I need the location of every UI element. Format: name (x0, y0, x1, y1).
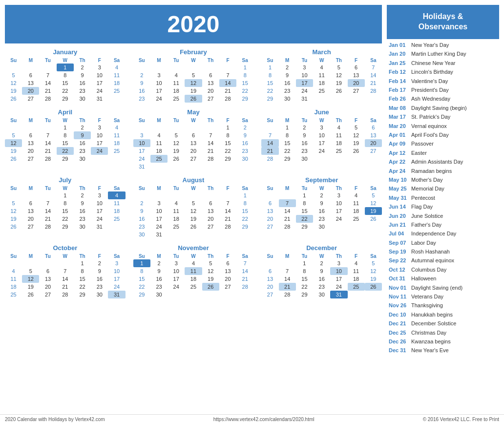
holiday-name: Thanksgiving (411, 302, 443, 309)
calendar-day: 6 (202, 199, 219, 207)
calendar-day: 1 (219, 124, 236, 131)
calendar-day: 15 (236, 207, 253, 215)
calendar-day: 31 (150, 231, 168, 238)
calendar-day: 19 (348, 139, 365, 147)
holiday-name: Daylight Saving (end) (411, 284, 462, 292)
calendar-day: 11 (108, 199, 125, 207)
holiday-item: Feb 14Valentine's Day (387, 77, 499, 85)
calendar-day: 29 (57, 223, 74, 231)
month-block-may: MaySuMTuWThFSa12345678910111213141516171… (133, 108, 254, 170)
calendar-day: 30 (313, 291, 330, 298)
calendar-day: 17 (133, 147, 150, 155)
holidays-header: Holidays &Observances (387, 5, 499, 39)
month-block-december: DecemberSuMTuWThFSa123456789101112131415… (261, 244, 382, 298)
day-header: Sa (236, 117, 253, 124)
holiday-name: April Fool's Day (411, 131, 449, 139)
holiday-item: Jan 25Chinese New Year (387, 59, 499, 67)
calendar-day: 17 (330, 207, 347, 215)
holiday-date: Feb 17 (389, 86, 408, 94)
day-header: Tu (168, 185, 185, 191)
calendar-day: 12 (365, 267, 382, 275)
holiday-name: Passover (411, 140, 434, 148)
day-header: F (348, 185, 365, 191)
calendar-day: 9 (74, 71, 91, 79)
calendar-day: 9 (279, 71, 296, 79)
calendar-day (365, 155, 382, 163)
calendar-day: 12 (185, 207, 202, 215)
calendar-day: 1 (296, 191, 313, 199)
day-header: Su (133, 185, 150, 191)
day-header: Sa (108, 57, 125, 64)
day-header: Th (202, 117, 219, 124)
calendar-day: 27 (22, 95, 39, 103)
calendar-day: 19 (5, 215, 22, 223)
day-header: F (219, 57, 236, 64)
calendar-day: 21 (57, 283, 74, 291)
holiday-name: Valentine's Day (411, 78, 448, 85)
calendar-day (22, 64, 39, 71)
calendar-day: 16 (133, 215, 150, 223)
calendar-day: 26 (202, 283, 219, 291)
calendar-day: 30 (279, 95, 296, 103)
calendar-day (185, 291, 202, 298)
calendar-day: 28 (219, 223, 236, 231)
calendar-day: 20 (39, 283, 56, 291)
calendar-day: 21 (202, 147, 219, 155)
calendar-day: 22 (57, 147, 74, 155)
calendar-day: 2 (133, 71, 150, 79)
holiday-name: Martin Luther King Day (411, 50, 466, 58)
main-container: 2020 JanuarySuMTuWThFSa12345678910111213… (0, 0, 504, 414)
calendar-day: 26 (348, 147, 365, 155)
calendar-day: 24 (330, 283, 347, 291)
day-header: Th (330, 185, 347, 191)
calendar-day: 15 (57, 79, 74, 87)
month-table: SuMTuWThFSa12345678910111213141516171819… (133, 253, 254, 298)
calendar-day: 12 (185, 79, 202, 87)
calendar-day: 29 (57, 155, 74, 163)
calendar-day (91, 155, 108, 163)
month-block-august: AugustSuMTuWThFSa12345678910111213141516… (133, 176, 254, 238)
holiday-item: Jan 01New Year's Day (387, 41, 499, 50)
calendar-day (330, 223, 347, 231)
holiday-item: Oct 12Columbus Day (387, 265, 499, 274)
year-header: 2020 (5, 5, 382, 43)
calendar-day: 3 (108, 259, 125, 267)
calendar-day: 27 (261, 223, 278, 231)
calendar-day (108, 155, 125, 163)
holiday-date: Apr 24 (389, 168, 408, 175)
calendar-day: 26 (365, 215, 382, 223)
holiday-name: New Year's Day (411, 42, 449, 49)
calendar-day (185, 64, 202, 71)
holiday-name: Lincoln's Birthday (411, 68, 453, 76)
calendar-day: 17 (168, 275, 185, 283)
calendar-day: 12 (22, 275, 39, 283)
calendar-day: 14 (236, 267, 253, 275)
month-title: September (261, 176, 382, 184)
calendar-day: 6 (22, 199, 39, 207)
calendar-day: 5 (22, 267, 39, 275)
calendar-day: 22 (57, 215, 74, 223)
calendar-day: 21 (279, 283, 296, 291)
calendar-day (39, 64, 56, 71)
calendar-day: 16 (74, 207, 91, 215)
calendar-day (39, 124, 56, 131)
month-table: SuMTuWThFSa12345678910111213141516171819… (261, 57, 382, 103)
calendar-day (261, 191, 278, 199)
holiday-date: Jan 25 (389, 60, 408, 67)
calendar-day: 10 (91, 131, 108, 139)
calendar-day: 7 (202, 131, 219, 139)
holiday-item: Nov 11Veterans Day (387, 293, 499, 301)
day-header: M (150, 185, 168, 191)
calendar-day: 8 (133, 267, 150, 275)
calendar-day: 11 (108, 71, 125, 79)
calendar-day: 13 (22, 79, 39, 87)
calendar-day: 23 (74, 87, 91, 95)
calendar-day: 16 (313, 207, 330, 215)
calendar-day: 5 (5, 199, 22, 207)
calendar-day: 26 (185, 95, 202, 103)
calendar-day: 22 (236, 87, 253, 95)
calendar-day: 15 (236, 79, 253, 87)
calendar-day: 14 (219, 79, 236, 87)
holiday-date: Sep 19 (389, 248, 408, 255)
holiday-item: Dec 25Christmas Day (387, 328, 499, 337)
